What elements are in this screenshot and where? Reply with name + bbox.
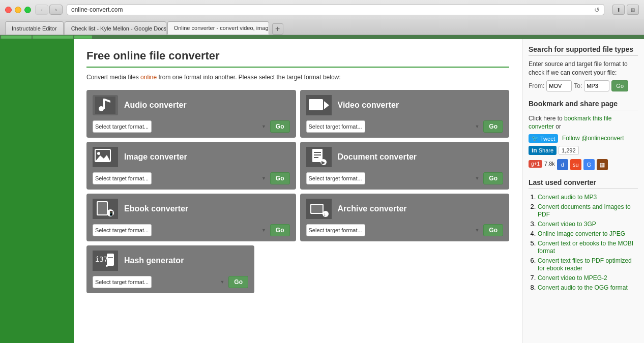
archive-go-button[interactable]: Go xyxy=(483,224,503,236)
progress-bar xyxy=(0,35,644,39)
image-go-button[interactable]: Go xyxy=(270,172,290,184)
svg-text:📱: 📱 xyxy=(108,210,114,216)
ebook-converter-card: 📱 Ebook converter Select target format..… xyxy=(86,194,296,241)
ebook-go-button[interactable]: Go xyxy=(270,224,290,236)
hash-card-controls: Select target format... Go xyxy=(93,276,248,288)
image-select-wrapper: Select target format... xyxy=(93,172,268,184)
browser-tabs: Instructable Editor Check list - Kyle Me… xyxy=(0,19,644,35)
image-format-select[interactable]: Select target format... xyxy=(93,172,152,184)
hash-card-header: i37 Hash generator xyxy=(93,251,248,271)
svg-rect-25 xyxy=(311,205,323,213)
search-go-button[interactable]: Go xyxy=(611,80,628,91)
bookmark-link[interactable]: bookmark this file converter xyxy=(529,115,611,131)
address-bar[interactable]: online-convert.com ↺ xyxy=(67,4,604,15)
browser-titlebar: ‹ › online-convert.com ↺ ⬆ ⊞ xyxy=(0,0,644,19)
hash-go-button[interactable]: Go xyxy=(228,276,248,288)
intro-text: Convert media files online from one form… xyxy=(86,73,509,82)
audio-select-wrapper: Select target format... xyxy=(93,120,268,133)
progress-seg3 xyxy=(74,36,92,39)
close-button[interactable] xyxy=(5,7,12,13)
audio-go-button[interactable]: Go xyxy=(270,120,290,133)
more-social-icon[interactable]: ▦ xyxy=(597,159,608,170)
archive-card-title: Archive converter xyxy=(338,204,407,213)
video-go-button[interactable]: Go xyxy=(483,120,503,133)
last-used-link-3[interactable]: Convert video to 3GP xyxy=(538,221,596,228)
linkedin-count: 1,292 xyxy=(559,146,579,155)
gplus-button[interactable]: g+1 xyxy=(529,160,542,168)
video-format-select[interactable]: Select target format... xyxy=(306,120,365,133)
svg-rect-2 xyxy=(103,99,105,109)
search-section: Search for supported file types Enter so… xyxy=(529,45,638,91)
follow-link[interactable]: Follow @onlineconvert xyxy=(562,135,624,142)
last-used-link-2[interactable]: Convert documents and images to PDF xyxy=(538,203,631,218)
search-description: Enter source and target file format to c… xyxy=(529,60,638,77)
ebook-card-controls: Select target format... Go xyxy=(93,224,290,236)
audio-format-select[interactable]: Select target format... xyxy=(93,120,152,133)
tab-label: Check list - Kyle Mellon - Google Docs xyxy=(71,25,166,32)
archive-format-select[interactable]: Select target format... xyxy=(306,224,365,236)
svg-rect-20 xyxy=(98,202,107,214)
document-select-wrapper: Select target format... xyxy=(306,172,482,184)
list-item: Convert audio to MP3 xyxy=(538,193,638,201)
archive-converter-card: ↓ Archive converter Select target format… xyxy=(300,194,510,241)
forward-button[interactable]: › xyxy=(49,5,63,15)
archive-card-controls: Select target format... Go xyxy=(306,224,504,236)
last-used-link-6[interactable]: Convert text files to PDF optimized for … xyxy=(538,257,632,272)
video-select-wrapper: Select target format... xyxy=(306,120,482,133)
video-card-controls: Select target format... Go xyxy=(306,120,504,133)
linkedin-share-label: Share xyxy=(539,147,553,153)
list-item: Convert text files to PDF optimized for … xyxy=(538,257,638,272)
image-card-header: Image converter xyxy=(93,147,290,167)
svg-rect-5 xyxy=(309,99,323,110)
document-go-button[interactable]: Go xyxy=(483,172,503,184)
hash-converter-card: i37 Hash generator Select target format.… xyxy=(86,245,254,293)
linkedin-icon: in xyxy=(532,147,537,154)
online-link[interactable]: online xyxy=(140,74,157,81)
list-item: Convert audio to the OGG format xyxy=(538,284,638,291)
tab-onlineconvert[interactable]: Online converter - convert video, images… xyxy=(167,21,269,35)
last-used-link-7[interactable]: Convert video to MPEG-2 xyxy=(538,274,607,282)
video-card-title: Video converter xyxy=(338,101,399,110)
list-item: Convert documents and images to PDF xyxy=(538,203,638,218)
maximize-button[interactable] xyxy=(24,7,31,13)
image-card-controls: Select target format... Go xyxy=(93,172,290,184)
last-used-link-4[interactable]: Online image converter to JPEG xyxy=(538,230,625,237)
share-button[interactable]: ⬆ xyxy=(612,5,625,15)
list-item: Convert text or ebooks to the MOBI forma… xyxy=(538,239,638,255)
tab-instructable[interactable]: Instructable Editor xyxy=(5,21,64,35)
tab-label: Instructable Editor xyxy=(12,25,57,32)
delicious-icon[interactable]: d xyxy=(557,159,568,170)
hash-select-wrapper: Select target format... xyxy=(93,276,226,288)
social-icons: d su G ▦ xyxy=(557,159,608,170)
ebook-card-title: Ebook converter xyxy=(124,204,188,213)
document-format-select[interactable]: Select target format... xyxy=(306,172,365,184)
ebook-card-header: 📱 Ebook converter xyxy=(93,199,290,219)
tweet-button[interactable]: 🐦Tweet xyxy=(529,134,558,143)
new-tab-button[interactable]: ⊞ xyxy=(627,5,639,15)
converter-grid: Audio converter Select target format... … xyxy=(86,90,509,241)
google-icon[interactable]: G xyxy=(583,159,595,170)
last-used-section: Last used converter Convert audio to MP3… xyxy=(529,178,638,291)
title-divider xyxy=(86,67,509,68)
last-used-link-8[interactable]: Convert audio to the OGG format xyxy=(538,284,628,291)
back-button[interactable]: ‹ xyxy=(35,5,48,15)
traffic-lights xyxy=(5,7,31,13)
ebook-select-wrapper: Select target format... xyxy=(93,224,268,236)
from-input[interactable] xyxy=(546,80,572,91)
last-used-link-5[interactable]: Convert text or ebooks to the MOBI forma… xyxy=(538,240,633,255)
url-text: online-convert.com xyxy=(71,6,123,13)
ebook-format-select[interactable]: Select target format... xyxy=(93,224,152,236)
hash-format-select[interactable]: Select target format... xyxy=(93,276,152,288)
sidebar xyxy=(0,39,74,343)
tab-googledocs[interactable]: Check list - Kyle Mellon - Google Docs xyxy=(65,21,166,35)
stumbleupon-icon[interactable]: su xyxy=(570,159,581,170)
reload-icon[interactable]: ↺ xyxy=(594,6,600,14)
tweet-row: 🐦Tweet Follow @onlineconvert xyxy=(529,134,638,143)
linkedin-button[interactable]: in Share xyxy=(529,146,557,155)
to-input[interactable] xyxy=(584,80,609,91)
last-used-link-1[interactable]: Convert audio to MP3 xyxy=(538,194,597,201)
tab-label: Online converter - convert video, images… xyxy=(174,25,269,31)
audio-card-title: Audio converter xyxy=(124,101,187,110)
new-tab-plus[interactable]: + xyxy=(272,23,283,35)
minimize-button[interactable] xyxy=(15,7,21,13)
